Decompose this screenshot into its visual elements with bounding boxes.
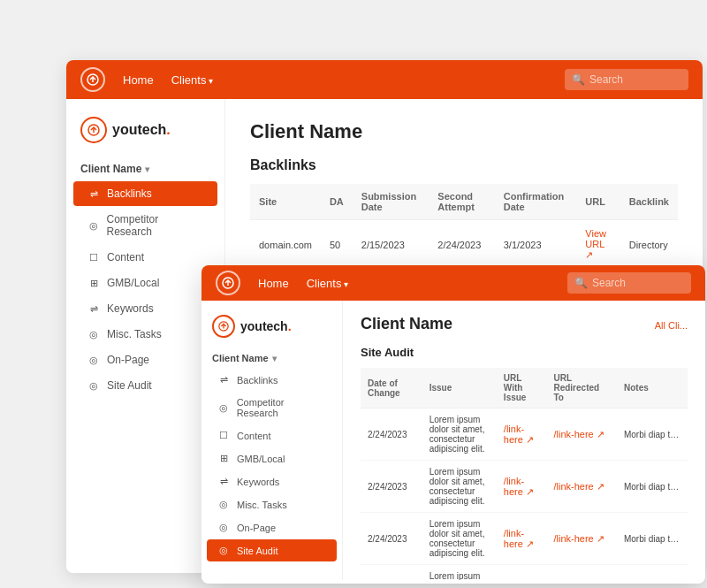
cell-issue: Lorem ipsum dolor sit amet, consectetur … xyxy=(422,513,497,565)
back-nav-logo xyxy=(80,67,105,92)
content-icon: ☐ xyxy=(87,252,100,263)
front-sidebar-label-misc: Misc. Tasks xyxy=(237,500,287,510)
front-logo-text: youtech. xyxy=(240,319,292,333)
back-nav-clients[interactable]: Clients xyxy=(171,73,214,87)
back-col-url: URL xyxy=(576,184,620,220)
front-client-dropdown[interactable]: Client Name xyxy=(201,348,342,368)
back-client-dropdown[interactable]: Client Name xyxy=(66,157,224,180)
front-content: Client Name All Cli... Site Audit Date o… xyxy=(343,301,705,580)
back-sidebar-label-onpage: On-Page xyxy=(107,354,149,366)
cell-url-issue[interactable]: /link-here ↗ xyxy=(497,565,547,581)
front-search-wrap: 🔍 xyxy=(567,272,691,294)
front-sidebar: youtech. Client Name ⇌ Backlinks ◎ Compe… xyxy=(201,301,343,580)
cell-notes: Morbi diap tempor ar elementum xyxy=(617,513,688,565)
back-sidebar-item-misc[interactable]: ◎ Misc. Tasks xyxy=(73,322,217,347)
front-onpage-icon: ◎ xyxy=(217,522,230,533)
cell-url[interactable]: View URL ↗ xyxy=(576,220,620,270)
front-nav-logo xyxy=(216,271,240,295)
back-section-title: Backlinks xyxy=(250,157,678,173)
back-sidebar-label-content: Content xyxy=(107,251,144,263)
back-col-submission: Submission Date xyxy=(353,184,430,220)
front-window: Home Clients 🔍 youtech. Client Name xyxy=(201,265,705,584)
cell-notes: Morbi diap tempor ar elementum xyxy=(617,409,688,461)
front-sidebar-label-keywords: Keywords xyxy=(237,477,279,487)
back-sidebar-item-content[interactable]: ☐ Content xyxy=(73,245,217,270)
onpage-icon: ◎ xyxy=(87,355,100,366)
back-search-icon: 🔍 xyxy=(572,73,585,86)
front-search-icon: 🔍 xyxy=(574,277,588,289)
front-logo-icon xyxy=(212,315,235,338)
back-sidebar-label-competitor: Competitor Research xyxy=(107,213,203,238)
table-row: 2/24/2023 Lorem ipsum dolor sit amet, co… xyxy=(361,409,688,461)
front-nav-bar: Home Clients 🔍 xyxy=(201,265,705,301)
back-sidebar-label-backlinks: Backlinks xyxy=(107,187,152,200)
back-nav-home[interactable]: Home xyxy=(123,73,154,87)
back-logo-text: youtech. xyxy=(112,122,171,138)
front-col-date: Date of Change xyxy=(361,368,422,409)
misc-icon: ◎ xyxy=(87,329,100,340)
front-table: Date of Change Issue URL With Issue URL … xyxy=(361,368,688,580)
cell-url-issue[interactable]: /link-here ↗ xyxy=(497,513,547,565)
front-sidebar-logo: youtech. xyxy=(201,315,342,348)
cell-site: domain.com xyxy=(250,220,321,270)
front-sidebar-item-content[interactable]: ☐ Content xyxy=(207,424,337,447)
cell-issue: Lorem ipsum dolor sit amet, consectetur … xyxy=(422,461,497,513)
back-col-second: Second Attempt xyxy=(429,184,494,220)
back-col-confirmation: Confirmation Date xyxy=(495,184,577,220)
front-sidebar-label-onpage: On-Page xyxy=(237,523,276,533)
cell-date: 2/24/2023 xyxy=(361,565,422,581)
front-section-title: Site Audit xyxy=(361,346,688,359)
front-sidebar-item-misc[interactable]: ◎ Misc. Tasks xyxy=(207,493,337,515)
cell-url-issue[interactable]: /link-here ↗ xyxy=(497,461,547,513)
cell-backlink: Directory xyxy=(620,220,678,270)
front-sidebar-item-gmb[interactable]: ⊞ GMB/Local xyxy=(207,447,337,470)
backlinks-icon: ⇌ xyxy=(87,188,100,200)
cell-url-redirect[interactable]: /link-here ↗ xyxy=(546,461,617,513)
keywords-icon: ⇌ xyxy=(87,303,100,315)
front-sidebar-label-content: Content xyxy=(237,431,271,441)
front-sidebar-label-competitor: Competitor Research xyxy=(237,397,326,418)
cell-url-redirect[interactable]: /link-here ↗ xyxy=(546,513,617,565)
table-row: 2/24/2023 Lorem ipsum dolor sit amet, co… xyxy=(361,461,688,513)
table-row: domain.com 50 2/15/2023 2/24/2023 3/1/20… xyxy=(250,220,678,270)
cell-notes: Morbi diap tempor ar elementum xyxy=(617,461,688,513)
cell-url-redirect[interactable]: /link-here ↗ xyxy=(546,409,617,461)
front-nav-home[interactable]: Home xyxy=(258,277,289,290)
front-nav-clients[interactable]: Clients xyxy=(307,277,349,290)
front-sidebar-item-keywords[interactable]: ⇌ Keywords xyxy=(207,470,337,493)
front-sidebar-item-onpage[interactable]: ◎ On-Page xyxy=(207,516,337,538)
back-sidebar-item-backlinks[interactable]: ⇌ Backlinks xyxy=(73,181,217,206)
back-sidebar-item-competitor[interactable]: ◎ Competitor Research xyxy=(73,207,217,244)
front-misc-icon: ◎ xyxy=(217,499,230,510)
front-all-clients-link[interactable]: All Cli... xyxy=(655,320,688,331)
back-sidebar-item-siteaudit[interactable]: ◎ Site Audit xyxy=(73,373,217,398)
back-logo-icon xyxy=(80,117,107,143)
back-col-site: Site xyxy=(250,184,321,220)
back-sidebar-logo: youtech. xyxy=(66,117,224,157)
cell-date: 2/24/2023 xyxy=(361,513,422,565)
back-sidebar-label-keywords: Keywords xyxy=(107,302,154,315)
back-sidebar-label-misc: Misc. Tasks xyxy=(107,328,162,340)
table-row: 2/24/2023 Lorem ipsum dolor sit amet, co… xyxy=(361,513,688,565)
front-sidebar-label-backlinks: Backlinks xyxy=(237,375,277,386)
cell-url-issue[interactable]: /link-here ↗ xyxy=(497,409,547,461)
front-sidebar-item-siteaudit[interactable]: ◎ Site Audit xyxy=(207,539,337,561)
front-gmb-icon: ⊞ xyxy=(217,453,230,464)
cell-da: 50 xyxy=(321,220,353,270)
back-sidebar-item-onpage[interactable]: ◎ On-Page xyxy=(73,347,217,372)
front-backlinks-icon: ⇌ xyxy=(217,374,230,386)
competitor-icon: ◎ xyxy=(87,220,100,232)
front-content-icon: ☐ xyxy=(217,430,230,441)
siteaudit-icon: ◎ xyxy=(87,380,100,392)
cell-second: 2/24/2023 xyxy=(429,220,494,270)
cell-issue: Lorem ipsum dolor sit amet, consectetur … xyxy=(422,565,497,581)
front-sidebar-item-competitor[interactable]: ◎ Competitor Research xyxy=(207,392,337,424)
cell-url-redirect[interactable]: /link-here ↗ xyxy=(546,565,617,581)
front-sidebar-label-siteaudit: Site Audit xyxy=(237,546,277,556)
front-competitor-icon: ◎ xyxy=(217,402,230,414)
back-sidebar-item-gmb[interactable]: ⊞ GMB/Local xyxy=(73,271,217,295)
back-sidebar-item-keywords[interactable]: ⇌ Keywords xyxy=(73,296,217,321)
cell-issue: Lorem ipsum dolor sit amet, consectetur … xyxy=(422,409,497,461)
front-sidebar-item-backlinks[interactable]: ⇌ Backlinks xyxy=(207,369,337,391)
front-col-url-issue: URL With Issue xyxy=(497,368,547,409)
